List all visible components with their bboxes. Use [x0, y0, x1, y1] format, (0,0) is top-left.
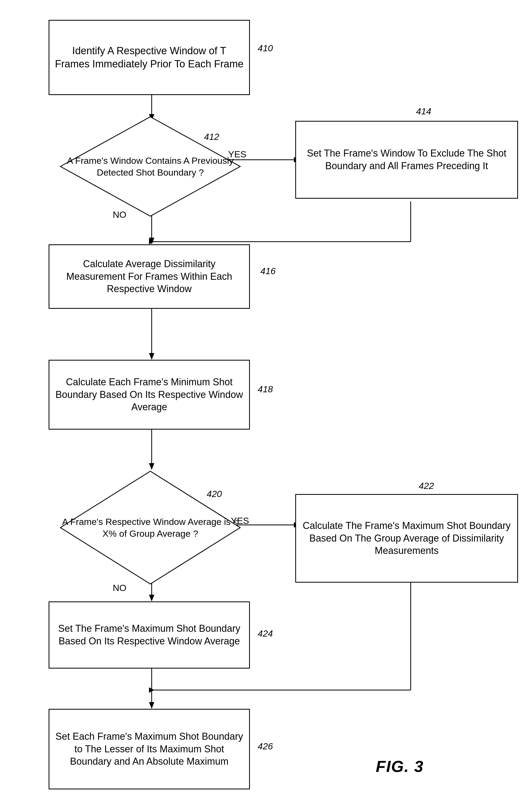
- ref-418: 418: [258, 384, 273, 394]
- box-410: Identify A Respective Window of T Frames…: [49, 20, 250, 95]
- svg-marker-12: [149, 463, 154, 470]
- svg-marker-8: [149, 239, 154, 244]
- box-422: Calculate The Frame's Maximum Shot Bound…: [295, 494, 518, 583]
- ref-424: 424: [258, 628, 273, 639]
- diamond-412-text: A Frame's Window Contains A Previously D…: [59, 152, 242, 181]
- diamond-420-text: A Frame's Respective Window Average is <…: [59, 513, 242, 542]
- no-label-412: NO: [113, 209, 127, 220]
- svg-marker-3: [149, 238, 154, 244]
- box-416: Calculate Average Dissimilarity Measurem…: [49, 244, 250, 309]
- svg-marker-10: [149, 353, 154, 360]
- box-418: Calculate Each Frame's Minimum Shot Boun…: [49, 360, 250, 430]
- diagram-container: Identify A Respective Window of T Frames…: [0, 0, 532, 802]
- diamond-412: A Frame's Window Contains A Previously D…: [59, 115, 242, 218]
- svg-marker-22: [149, 702, 154, 709]
- box-424: Set The Frame's Maximum Shot Boundary Ba…: [49, 601, 250, 669]
- ref-414: 414: [416, 106, 431, 116]
- box-426: Set Each Frame's Maximum Shot Boundary t…: [49, 709, 250, 789]
- diamond-420: A Frame's Respective Window Average is <…: [59, 470, 242, 585]
- figure-label: FIG. 3: [376, 757, 424, 776]
- box-414: Set The Frame's Window To Exclude The Sh…: [295, 121, 518, 199]
- ref-426: 426: [258, 741, 273, 751]
- ref-410: 410: [258, 43, 273, 53]
- ref-416: 416: [260, 266, 276, 276]
- svg-marker-20: [149, 687, 154, 693]
- no-label-420: NO: [113, 583, 127, 593]
- svg-marker-16: [149, 595, 154, 601]
- ref-422: 422: [419, 481, 434, 491]
- ref-412: 412: [204, 132, 219, 142]
- ref-420: 420: [207, 489, 222, 499]
